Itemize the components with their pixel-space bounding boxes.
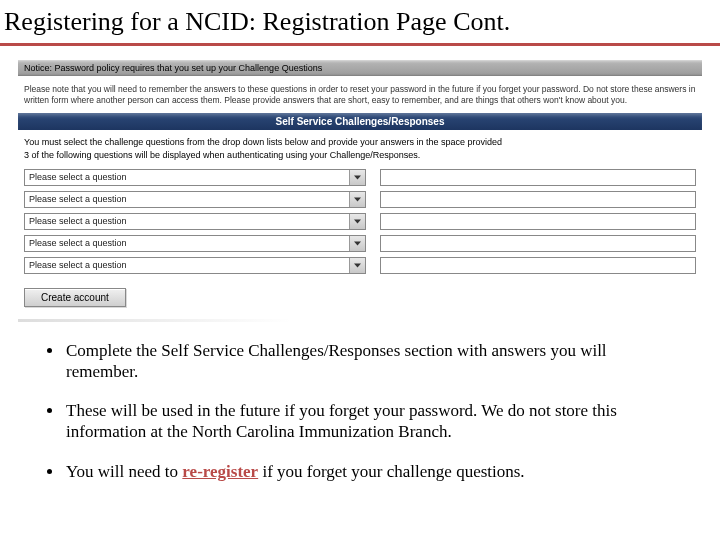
chevron-down-icon	[349, 192, 365, 207]
question-select-label: Please select a question	[29, 238, 127, 248]
bullet-item: You will need to re-register if you forg…	[64, 461, 672, 482]
challenge-row: Please select a question	[24, 169, 696, 186]
notice-bar: Notice: Password policy requires that yo…	[18, 60, 702, 76]
question-select-label: Please select a question	[29, 172, 127, 182]
challenge-row: Please select a question	[24, 257, 696, 274]
answer-input[interactable]	[380, 191, 696, 208]
instruction-line-1: You must select the challenge questions …	[24, 136, 696, 150]
challenge-rows: Please select a question Please select a…	[18, 165, 702, 284]
challenge-row: Please select a question	[24, 191, 696, 208]
create-account-button[interactable]: Create account	[24, 288, 126, 307]
bullet-list: Complete the Self Service Challenges/Res…	[64, 340, 672, 482]
instruction-line-2: 3 of the following questions will be dis…	[24, 149, 696, 163]
chevron-down-icon	[349, 170, 365, 185]
question-select[interactable]: Please select a question	[24, 235, 366, 252]
chevron-down-icon	[349, 258, 365, 273]
question-select[interactable]: Please select a question	[24, 213, 366, 230]
bullet-text-pre: You will need to	[66, 462, 182, 481]
policy-text: Please note that you will need to rememb…	[18, 76, 702, 113]
answer-input[interactable]	[380, 257, 696, 274]
slide: Registering for a NCID: Registration Pag…	[0, 0, 720, 540]
challenge-row: Please select a question	[24, 235, 696, 252]
re-register-emphasis: re-register	[182, 462, 258, 481]
page-title: Registering for a NCID: Registration Pag…	[0, 0, 720, 41]
bullet-text-post: if you forget your challenge questions.	[258, 462, 524, 481]
question-select[interactable]: Please select a question	[24, 169, 366, 186]
answer-input[interactable]	[380, 169, 696, 186]
instructions: You must select the challenge questions …	[18, 130, 702, 165]
chevron-down-icon	[349, 236, 365, 251]
challenge-row: Please select a question	[24, 213, 696, 230]
question-select[interactable]: Please select a question	[24, 191, 366, 208]
question-select[interactable]: Please select a question	[24, 257, 366, 274]
registration-screenshot: Notice: Password policy requires that yo…	[18, 60, 702, 322]
section-header: Self Service Challenges/Responses	[18, 113, 702, 130]
bullet-item: Complete the Self Service Challenges/Res…	[64, 340, 672, 383]
title-underline	[0, 43, 720, 46]
question-select-label: Please select a question	[29, 194, 127, 204]
button-row: Create account	[18, 284, 702, 317]
screenshot-bottom-edge	[18, 319, 702, 322]
question-select-label: Please select a question	[29, 216, 127, 226]
chevron-down-icon	[349, 214, 365, 229]
bullet-item: These will be used in the future if you …	[64, 400, 672, 443]
answer-input[interactable]	[380, 235, 696, 252]
answer-input[interactable]	[380, 213, 696, 230]
question-select-label: Please select a question	[29, 260, 127, 270]
